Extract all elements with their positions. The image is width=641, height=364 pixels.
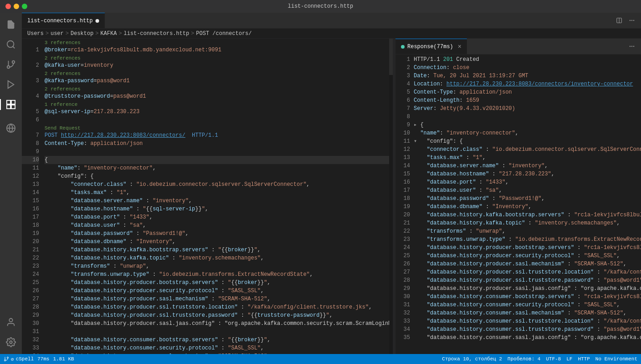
response-more-button[interactable] bbox=[626, 41, 637, 52]
encoding-value: UTF-8 bbox=[546, 356, 561, 362]
git-status[interactable]: ⊘ cSpell bbox=[4, 356, 34, 362]
split-editor-button[interactable] bbox=[614, 15, 625, 26]
response-tab-actions bbox=[626, 39, 641, 54]
svg-point-20 bbox=[631, 46, 632, 47]
svg-rect-7 bbox=[11, 100, 15, 104]
svg-rect-9 bbox=[11, 105, 15, 109]
sidebar-item-search[interactable] bbox=[3, 36, 19, 53]
line-ending-value: LF bbox=[566, 356, 572, 362]
breadcrumb: Users > user > Desktop > KAFKA > list-co… bbox=[22, 29, 641, 39]
line-ending[interactable]: LF bbox=[566, 356, 572, 362]
close-button[interactable] bbox=[5, 4, 11, 9]
sidebar-item-extensions[interactable] bbox=[3, 96, 19, 113]
status-bar: ⊘ cSpell 77ms 1.81 KB Строка 10, столбец… bbox=[0, 354, 641, 364]
language-mode[interactable]: HTTP bbox=[578, 356, 590, 362]
response-status-dot bbox=[401, 45, 405, 49]
response-tab[interactable]: Response(77ms) × bbox=[396, 39, 467, 54]
tab-label: list-connectors.http bbox=[27, 18, 93, 24]
environment[interactable]: No Environment bbox=[596, 356, 637, 362]
sidebar-item-run[interactable] bbox=[3, 76, 19, 93]
response-line-numbers: 1234567891011121314151617181920212223242… bbox=[396, 55, 414, 354]
svg-point-12 bbox=[9, 319, 12, 322]
accounts-icon[interactable] bbox=[3, 314, 19, 330]
svg-point-13 bbox=[10, 341, 12, 344]
sidebar-item-files[interactable] bbox=[3, 16, 19, 33]
tab-bar: list-connectors.http bbox=[22, 13, 641, 29]
git-branch: ⊘ bbox=[11, 356, 14, 362]
left-editor-pane: 1 2 3 4 56 78910111213141516171819202122… bbox=[22, 39, 393, 354]
file-size-value: 1.81 KB bbox=[53, 356, 74, 362]
svg-point-0 bbox=[7, 41, 14, 48]
svg-point-16 bbox=[630, 20, 631, 21]
status-left: ⊘ cSpell 77ms 1.81 KB bbox=[4, 356, 74, 362]
breadcrumb-endpoint[interactable]: POST /connectors/ bbox=[196, 30, 251, 37]
svg-rect-6 bbox=[7, 100, 10, 104]
minimap-slider[interactable] bbox=[389, 39, 393, 75]
response-tab-close[interactable]: × bbox=[458, 43, 461, 50]
sidebar-item-scm[interactable] bbox=[3, 56, 19, 73]
main-container: list-connectors.http Users > u bbox=[0, 13, 641, 354]
env-value: No Environment bbox=[596, 356, 637, 362]
activity-bar bbox=[0, 13, 22, 354]
svg-point-18 bbox=[633, 20, 634, 21]
svg-point-19 bbox=[630, 46, 631, 47]
tab-modified-indicator bbox=[95, 19, 99, 23]
response-time-value: 77ms bbox=[37, 356, 49, 362]
window-title: list-connectors.http bbox=[288, 3, 353, 10]
cursor-pos-value: Строка 10, столбец 2 bbox=[442, 356, 502, 362]
svg-point-4 bbox=[7, 66, 10, 69]
window-controls[interactable] bbox=[5, 4, 27, 9]
response-code-area[interactable]: 1234567891011121314151617181920212223242… bbox=[396, 55, 641, 354]
response-time[interactable]: 77ms bbox=[37, 356, 49, 362]
status-right: Строка 10, столбец 2 Пробелов: 4 UTF-8 L… bbox=[442, 356, 637, 362]
active-tab[interactable]: list-connectors.http bbox=[22, 13, 105, 28]
indent-value: Пробелов: 4 bbox=[507, 356, 541, 362]
breadcrumb-users[interactable]: Users bbox=[27, 30, 44, 37]
split-container: 1 2 3 4 56 78910111213141516171819202122… bbox=[22, 39, 641, 354]
breadcrumb-file[interactable]: list-connectors.http bbox=[124, 30, 189, 37]
maximize-button[interactable] bbox=[22, 4, 27, 9]
svg-point-17 bbox=[631, 20, 632, 21]
response-tab-label: Response(77ms) bbox=[407, 44, 453, 50]
breadcrumb-user[interactable]: user bbox=[50, 30, 64, 37]
response-content: HTTP/1.1 201 CreatedConnection: closeDat… bbox=[414, 55, 641, 354]
breadcrumb-desktop[interactable]: Desktop bbox=[70, 30, 93, 37]
tab-actions bbox=[614, 13, 641, 28]
svg-point-24 bbox=[5, 360, 6, 361]
more-actions-button[interactable] bbox=[626, 15, 637, 26]
lang-value: HTTP bbox=[578, 356, 590, 362]
sidebar-item-http[interactable] bbox=[3, 120, 19, 136]
svg-point-3 bbox=[12, 61, 15, 64]
code-content: 3 references@broker=rc1a-1ekvjivfcs8lbul… bbox=[45, 39, 393, 354]
cspell-label: cSpell bbox=[16, 356, 34, 362]
cursor-position[interactable]: Строка 10, столбец 2 bbox=[442, 356, 502, 362]
title-bar: list-connectors.http bbox=[0, 0, 641, 13]
encoding[interactable]: UTF-8 bbox=[546, 356, 561, 362]
response-panel: Response(77ms) × 12345678910111213141516… bbox=[396, 39, 641, 354]
svg-line-1 bbox=[13, 46, 15, 48]
breadcrumb-kafka[interactable]: KAFKA bbox=[100, 30, 117, 37]
minimize-button[interactable] bbox=[14, 4, 19, 9]
file-size[interactable]: 1.81 KB bbox=[53, 356, 74, 362]
settings-icon[interactable] bbox=[3, 334, 19, 350]
minimap bbox=[389, 39, 393, 354]
code-container[interactable]: 1 2 3 4 56 78910111213141516171819202122… bbox=[22, 39, 393, 354]
svg-point-23 bbox=[7, 357, 9, 359]
response-tab-bar: Response(77ms) × bbox=[396, 39, 641, 55]
activity-bar-bottom bbox=[3, 314, 19, 354]
svg-marker-5 bbox=[8, 81, 14, 89]
svg-point-21 bbox=[633, 46, 634, 47]
editor-area: list-connectors.http Users > u bbox=[22, 13, 641, 354]
indentation[interactable]: Пробелов: 4 bbox=[507, 356, 541, 362]
line-numbers: 1 2 3 4 56 78910111213141516171819202122… bbox=[22, 39, 45, 354]
svg-rect-8 bbox=[7, 105, 10, 109]
